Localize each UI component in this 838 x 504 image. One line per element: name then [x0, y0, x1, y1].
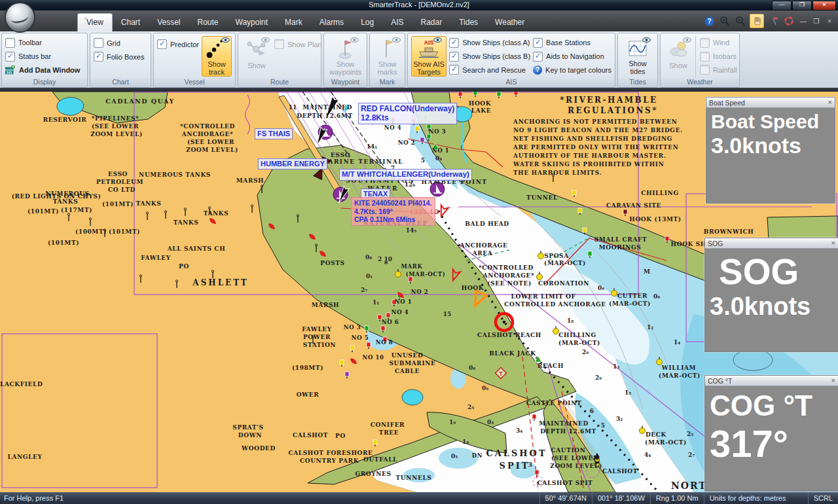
checkbox-icon[interactable] [449, 52, 459, 62]
chart-canvas[interactable]: T CADLAND QUAYRESERVOIR*PIPELINES*(SEE L… [0, 92, 838, 492]
ribbon-group-route: Show Show Plan Route [238, 33, 321, 88]
title-bar[interactable]: SmarterTrack - [DEMOnv2.nv2] — ❐ × [0, 0, 838, 10]
help-icon: ? [533, 65, 542, 75]
pan-tool-icon[interactable] [750, 14, 764, 28]
checkbox-icon[interactable] [5, 38, 15, 48]
key-to-target-colours-button[interactable]: ?Key to target colours [533, 63, 611, 77]
data-window-body: SOG 3.0knots [705, 249, 838, 323]
show-ais-targets-button[interactable]: AIS Show AIS Targets [411, 36, 446, 77]
status-longitude: 001° 18'.106W [592, 492, 650, 504]
statusbar-checkbox[interactable]: Status bar [5, 50, 80, 63]
weather-show-button[interactable]: Show [664, 36, 693, 77]
tab-view[interactable]: View [77, 13, 113, 31]
svg-text:T: T [499, 370, 503, 377]
tab-mark[interactable]: Mark [276, 14, 311, 31]
status-latitude: 50° 49'.674N [539, 492, 592, 504]
group-label: Weather [661, 78, 739, 87]
data-window-titlebar[interactable]: SOG× [705, 238, 838, 249]
grid-checkbox[interactable]: Grid [94, 36, 144, 50]
group-label: Route [238, 78, 321, 87]
show-waypoints-button[interactable]: Show waypoints [328, 36, 363, 77]
tab-vessel[interactable]: Vessel [149, 14, 189, 31]
data-window-label: COG °T [710, 389, 833, 423]
eye-icon [683, 37, 691, 43]
restore-button[interactable]: ❐ [792, 1, 812, 10]
close-button[interactable]: × [812, 1, 836, 10]
data-window-titlebar[interactable]: COG °T× [705, 376, 838, 386]
data-window-value: 3.0knots [711, 133, 830, 158]
data-window-titlebar[interactable]: Boat Speed× [706, 98, 835, 108]
base-stations-checkbox[interactable]: Base Stations [533, 36, 611, 50]
data-window-body: Boat Speed 3.0knots [706, 108, 835, 160]
toolbar-checkbox[interactable]: Toolbar [5, 36, 80, 50]
checkbox-icon[interactable] [274, 39, 284, 49]
eye-icon [261, 37, 270, 43]
add-data-window-button[interactable]: 141 Add Data Window [5, 63, 80, 77]
show-track-button[interactable]: Show track [202, 36, 232, 77]
close-icon[interactable]: × [828, 99, 832, 106]
zoom-in-icon[interactable] [718, 14, 731, 27]
tab-weather[interactable]: Weather [486, 14, 533, 31]
tab-ais[interactable]: AIS [382, 14, 412, 31]
data-window-sog[interactable]: SOG× SOG 3.0knots [704, 238, 838, 352]
quick-access-chevron-icon[interactable]: ▾ [84, 15, 87, 22]
tab-route[interactable]: Route [189, 14, 227, 31]
isobars-checkbox[interactable]: Isobars [700, 50, 737, 63]
status-range: Rng 1.00 Nm [650, 492, 704, 504]
zoom-out-icon[interactable] [734, 14, 747, 27]
close-icon[interactable]: × [831, 240, 835, 247]
buoy-w [430, 182, 445, 196]
tab-alarms[interactable]: Alarms [311, 14, 352, 31]
show-marks-button[interactable]: Show marks [373, 36, 403, 77]
show-tides-button[interactable]: Show tides [621, 36, 654, 77]
measure-tool-icon[interactable] [767, 14, 780, 27]
checkbox-icon[interactable] [449, 38, 459, 48]
help-icon[interactable]: ? [702, 14, 716, 27]
checkbox-icon[interactable] [449, 65, 459, 75]
minimize-button[interactable]: — [772, 1, 792, 10]
data-window-title: COG °T [708, 377, 831, 385]
window-title: SmarterTrack - [DEMOnv2.nv2] [369, 1, 469, 9]
search-and-rescue-checkbox[interactable]: Search and Rescue [449, 63, 530, 77]
checkbox-icon[interactable] [5, 52, 15, 62]
checkbox-icon[interactable] [533, 38, 543, 48]
app-orb-icon[interactable] [5, 2, 35, 33]
data-window-cog[interactable]: COG °T× COG °T 317° [704, 375, 838, 492]
checkbox-icon[interactable] [157, 39, 167, 49]
data-window-boat-speed[interactable]: Boat Speed× Boat Speed 3.0knots [706, 97, 835, 204]
rainfall-checkbox[interactable]: Rainfall [700, 63, 737, 77]
checkbox-icon[interactable] [700, 38, 710, 48]
ribbon-group-waypoint: Show waypoints Waypoint [323, 33, 367, 88]
checkbox-icon[interactable] [94, 38, 103, 48]
tab-tides[interactable]: Tides [450, 14, 486, 31]
tab-waypoint[interactable]: Waypoint [227, 14, 277, 31]
data-window-title: Boat Speed [709, 99, 828, 107]
data-window-title: SOG [708, 240, 831, 247]
eye-icon [392, 37, 401, 43]
status-scroll-indicator: SCRL [808, 492, 838, 504]
svg-text:?: ? [707, 18, 711, 25]
predictor-checkbox[interactable]: Predictor [157, 37, 199, 51]
aids-to-navigation-checkbox[interactable]: Aids to Navigation [533, 50, 611, 63]
folio-boxes-checkbox[interactable]: Folio Boxes [94, 50, 144, 63]
window-close[interactable]: × [824, 18, 835, 25]
window-minimize[interactable]: — [798, 18, 809, 25]
checkbox-icon[interactable] [700, 52, 710, 62]
man-overboard-icon[interactable] [782, 14, 795, 27]
tab-radar[interactable]: Radar [412, 14, 451, 31]
checkbox-icon[interactable] [700, 65, 710, 75]
route-show-button[interactable]: Show [242, 36, 272, 77]
show-plan-checkbox[interactable]: Show Plan [274, 37, 322, 51]
eye-icon [433, 37, 442, 43]
smartertrack-window: SmarterTrack - [DEMOnv2.nv2] — ❐ × ▾ Vie… [0, 0, 838, 504]
checkbox-icon[interactable] [533, 52, 543, 62]
tab-chart[interactable]: Chart [113, 14, 149, 31]
tab-log[interactable]: Log [352, 14, 382, 31]
wind-checkbox[interactable]: Wind [700, 36, 737, 50]
show-ships-class-b-checkbox[interactable]: Show Ships (class B) [449, 50, 530, 63]
group-label: AIS [408, 78, 615, 87]
close-icon[interactable]: × [831, 377, 835, 384]
show-ships-class-a-checkbox[interactable]: Show Ships (class A) [449, 36, 530, 50]
checkbox-icon[interactable] [94, 52, 103, 62]
window-restore[interactable]: ❐ [811, 18, 822, 25]
